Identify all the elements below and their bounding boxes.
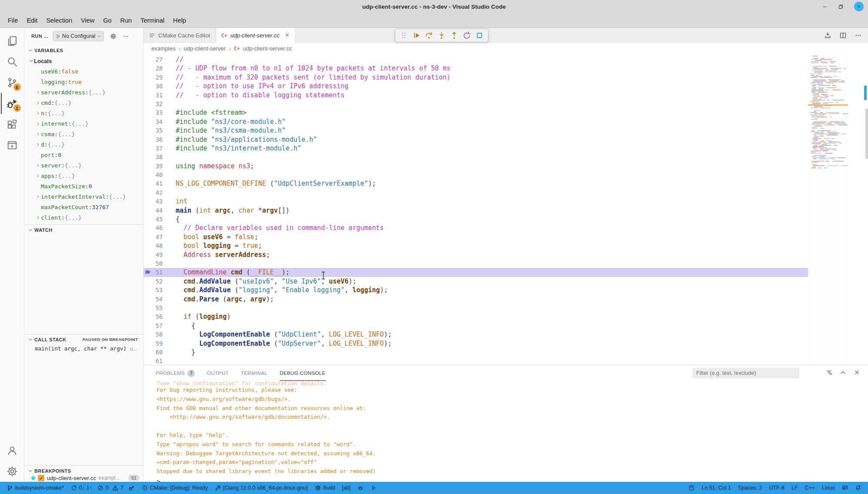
variable-row-MaxPacketSize[interactable]: MaxPacketSize: 0: [24, 181, 143, 191]
step-out-button[interactable]: [450, 31, 458, 40]
restart-button[interactable]: [463, 31, 471, 40]
line-number[interactable]: 30: [144, 82, 176, 90]
call-stack-section-header[interactable]: CALL STACK PAUSED ON BREAKPOINT: [24, 334, 143, 344]
code-line-54[interactable]: 54 cmd.Parse (argc, argv);: [144, 295, 808, 304]
line-number[interactable]: 56: [144, 312, 176, 321]
line-number[interactable]: 48: [144, 241, 176, 250]
status-os[interactable]: Linux: [818, 482, 838, 494]
line-number[interactable]: 28: [144, 64, 176, 73]
status-sync-changes[interactable]: 0↓ 1↑: [67, 482, 96, 494]
breakpoint-list-item[interactable]: udp-client-server.cc exampl... 51: [24, 474, 143, 482]
close-panel-button[interactable]: [854, 369, 860, 377]
line-number[interactable]: 54: [144, 295, 176, 304]
code-line-29[interactable]: 29// - maximum of 320 packets sent (or l…: [144, 73, 808, 82]
variables-scope-locals[interactable]: Locals: [24, 56, 143, 66]
line-number[interactable]: 37: [144, 144, 176, 153]
maximize-panel-button[interactable]: [840, 369, 846, 377]
variable-row-port[interactable]: port: 0: [24, 150, 143, 160]
line-number[interactable]: 45: [144, 215, 176, 224]
activity-extensions[interactable]: [1, 114, 23, 135]
code-line-46[interactable]: 46 // Declare variables used in command-…: [144, 224, 808, 232]
line-number[interactable]: 36: [144, 135, 176, 144]
code-line-42[interactable]: 42: [144, 188, 808, 197]
menu-item-go[interactable]: Go: [99, 16, 116, 25]
start-debug-icon[interactable]: [55, 33, 61, 39]
status-cursor-position[interactable]: Ln 51, Col 1: [698, 482, 734, 494]
code-line-47[interactable]: 47 bool useV6 = false;: [144, 233, 808, 241]
status-git-branch[interactable]: buildsystem-cmake*: [3, 482, 67, 494]
status-cmake-launch[interactable]: [367, 482, 380, 494]
line-number[interactable]: 34: [144, 117, 176, 126]
line-number[interactable]: 40: [144, 170, 176, 179]
code-line-52[interactable]: 52 cmd.AddValue ("useIpv6", "Use Ipv6", …: [144, 277, 808, 286]
code-line-40[interactable]: 40: [144, 170, 808, 179]
code-line-39[interactable]: 39using namespace ns3;: [144, 162, 808, 170]
activity-test-panel[interactable]: [1, 135, 23, 156]
status-debug-status[interactable]: [125, 482, 138, 494]
panel-tab-output[interactable]: OUTPUT: [207, 365, 229, 381]
code-line-51[interactable]: 51 CommandLine cmd (__FILE__);: [144, 268, 808, 277]
line-number[interactable]: 31: [144, 91, 176, 100]
menu-item-edit[interactable]: Edit: [22, 16, 42, 25]
menu-item-view[interactable]: View: [77, 16, 99, 25]
menu-item-run[interactable]: Run: [116, 16, 137, 25]
line-number[interactable]: 53: [144, 286, 176, 294]
line-number[interactable]: 35: [144, 126, 176, 135]
close-button[interactable]: [854, 2, 864, 11]
status-notifications[interactable]: [851, 482, 865, 494]
activity-settings[interactable]: [1, 461, 23, 482]
variable-row-maxPacketCount[interactable]: maxPacketCount: 32767: [24, 202, 143, 212]
variable-row-cmd[interactable]: cmd: {...}: [24, 97, 143, 108]
call-stack-frame[interactable]: main(int argc, char ** argv)u...: [35, 345, 137, 352]
variable-row-csma[interactable]: csma: {...}: [24, 129, 143, 139]
panel-tab-problems[interactable]: PROBLEMS7: [156, 365, 195, 381]
debug-console-prompt[interactable]: >: [157, 477, 868, 482]
code-line-55[interactable]: 55: [144, 304, 808, 312]
variable-row-client[interactable]: client: {...}: [24, 212, 143, 223]
overview-ruler[interactable]: [862, 54, 868, 365]
activity-run-and-debug[interactable]: 1: [1, 93, 23, 114]
code-line-53[interactable]: 53 cmd.AddValue ("logging", "Enable logg…: [144, 286, 808, 294]
line-number[interactable]: 27: [144, 55, 176, 64]
line-number[interactable]: 38: [144, 153, 176, 161]
code-line-33[interactable]: 33#include <fstream>: [144, 108, 808, 117]
watch-section-header[interactable]: WATCH: [24, 224, 143, 235]
line-number[interactable]: 49: [144, 250, 176, 259]
code-line-59[interactable]: 59 LogComponentEnable ("UdpServer", LOG_…: [144, 339, 808, 348]
line-number[interactable]: 29: [144, 73, 176, 82]
code-line-38[interactable]: 38: [144, 153, 808, 161]
status-cmake-build[interactable]: Build: [311, 482, 339, 494]
status-cmake-debug[interactable]: [354, 482, 367, 494]
minimize-button[interactable]: [822, 4, 828, 10]
scrollbar-thumb[interactable]: [865, 109, 868, 159]
line-number[interactable]: 58: [144, 330, 176, 339]
variable-row-n[interactable]: n: {...}: [24, 108, 143, 118]
line-number[interactable]: 50: [144, 259, 176, 268]
line-number[interactable]: 44: [144, 206, 176, 215]
code-line-56[interactable]: 56 if (logging): [144, 312, 808, 321]
status-cmake-status[interactable]: CMake: [Debug]: Ready: [138, 482, 211, 494]
variables-section-header[interactable]: VARIABLES: [24, 45, 143, 56]
views-more-actions-icon[interactable]: [123, 33, 129, 40]
step-into-button[interactable]: [437, 31, 446, 40]
debug-toolbar[interactable]: [395, 29, 488, 42]
panel-tab-terminal[interactable]: TERMINAL: [241, 365, 267, 381]
status-eol[interactable]: LF: [788, 482, 801, 494]
code-line-58[interactable]: 58 LogComponentEnable ("UdpClient", LOG_…: [144, 330, 808, 339]
variable-row-interPacketInterval[interactable]: interPacketInterval: {...}: [24, 191, 143, 202]
code-line-61[interactable]: 61: [144, 357, 808, 365]
tab-cmake-cache-editor[interactable]: CMake Cache Editor: [144, 28, 216, 43]
status-indentation[interactable]: Spaces: 2: [734, 482, 766, 494]
menu-item-file[interactable]: File: [3, 16, 22, 25]
code-line-48[interactable]: 48 bool logging = true;: [144, 241, 808, 250]
menu-item-selection[interactable]: Selection: [42, 16, 77, 25]
code-line-35[interactable]: 35#include "ns3/csma-module.h": [144, 126, 808, 135]
line-number[interactable]: 46: [144, 224, 176, 232]
code-line-34[interactable]: 34#include "ns3/core-module.h": [144, 117, 808, 126]
line-number[interactable]: 41: [144, 179, 176, 188]
variable-row-server[interactable]: server: {...}: [24, 160, 143, 170]
code-line-30[interactable]: 30// - option to use IPv4 or IPv6 addres…: [144, 82, 808, 90]
close-tab-icon[interactable]: [284, 32, 290, 39]
code-line-41[interactable]: 41NS_LOG_COMPONENT_DEFINE ("UdpClientSer…: [144, 179, 808, 188]
debug-current-line-arrow-icon[interactable]: [145, 269, 152, 277]
